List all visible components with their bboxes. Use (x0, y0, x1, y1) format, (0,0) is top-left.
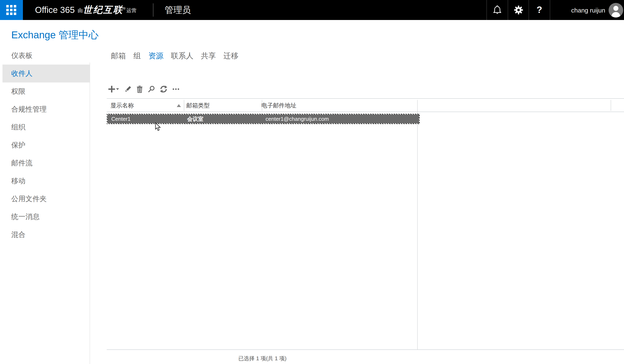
account-menu[interactable]: chang ruijun (550, 0, 624, 20)
row-mailbox-type: 会议室 (187, 115, 203, 123)
tab-shared[interactable]: 共享 (201, 50, 216, 61)
sidebar-item-mail-flow[interactable]: 邮件流 (2, 154, 90, 172)
bell-icon (493, 5, 501, 15)
sidebar-item-mobile[interactable]: 移动 (2, 172, 90, 190)
notifications-button[interactable] (487, 0, 508, 20)
question-mark-icon: ? (537, 5, 542, 15)
ellipsis-icon (172, 85, 180, 93)
table-header-top-border (107, 98, 624, 99)
office365-brand[interactable]: Office 365 由 世纪互联 ® 运营 (35, 0, 136, 20)
topbar-divider (153, 3, 153, 17)
tab-contacts[interactable]: 联系人 (171, 50, 193, 61)
chevron-down-icon (115, 85, 120, 93)
user-name: chang ruijun (571, 6, 605, 14)
registered-mark: ® (123, 6, 126, 10)
edit-button[interactable] (124, 85, 132, 93)
column-divider (184, 100, 184, 111)
column-header-display-name[interactable]: 显示名称 (110, 99, 134, 112)
pencil-icon (124, 85, 132, 93)
page-title: Exchange 管理中心 (11, 28, 99, 42)
sidebar-item-hybrid[interactable]: 混合 (2, 226, 90, 244)
person-icon (609, 3, 623, 17)
tab-migration[interactable]: 迁移 (223, 50, 238, 61)
column-header-mailbox-type[interactable]: 邮箱类型 (186, 99, 210, 112)
sidebar-item-dashboard[interactable]: 仪表板 (2, 47, 90, 65)
sidebar: 仪表板 收件人 权限 合规性管理 组织 保护 邮件流 移动 公用文件夹 统一消息… (0, 47, 90, 244)
list-pane-divider (417, 100, 418, 349)
selection-status: 已选择 1 项(共 1 项) (107, 355, 418, 362)
avatar[interactable] (609, 3, 623, 17)
help-button[interactable]: ? (529, 0, 550, 20)
sidebar-item-unified-messaging[interactable]: 统一消息 (2, 208, 90, 226)
recipients-tabs: 邮箱 组 资源 联系人 共享 迁移 (111, 47, 238, 65)
sidebar-item-protection[interactable]: 保护 (2, 136, 90, 154)
add-button[interactable] (108, 85, 120, 93)
brand-by-label: 由 (78, 7, 83, 14)
brand-vendor-label: 世纪互联 (83, 4, 123, 16)
refresh-button[interactable] (160, 85, 168, 93)
search-button[interactable] (148, 85, 155, 93)
delete-button[interactable] (136, 85, 143, 93)
list-toolbar (108, 84, 180, 95)
column-header-email-address[interactable]: 电子邮件地址 (261, 99, 296, 112)
app-launcher-button[interactable] (0, 0, 23, 20)
tab-groups[interactable]: 组 (133, 50, 141, 61)
table-row[interactable]: Center1 会议室 center1@changruijun.com (107, 114, 420, 124)
sidebar-item-public-folders[interactable]: 公用文件夹 (2, 190, 90, 208)
row-email-address: center1@changruijun.com (265, 115, 329, 123)
sidebar-item-permissions[interactable]: 权限 (2, 82, 90, 100)
topbar: Office 365 由 世纪互联 ® 运营 管理员 (0, 0, 624, 20)
trash-icon (136, 85, 143, 93)
tab-resources[interactable]: 资源 (148, 50, 163, 61)
sort-ascending-icon (177, 104, 181, 107)
row-display-name: Center1 (111, 115, 131, 123)
sidebar-divider (90, 62, 90, 364)
list-bottom-border (107, 349, 624, 350)
refresh-icon (160, 85, 168, 93)
more-button[interactable] (172, 85, 180, 93)
sidebar-item-organization[interactable]: 组织 (2, 118, 90, 136)
plus-icon (108, 85, 115, 93)
column-divider (611, 100, 611, 111)
table-header-bottom-border (107, 112, 624, 112)
search-icon (148, 85, 155, 93)
sidebar-item-recipients[interactable]: 收件人 (2, 65, 90, 82)
gear-icon (514, 5, 523, 15)
tab-mailboxes[interactable]: 邮箱 (111, 50, 126, 61)
exchange-admin-center: Office 365 由 世纪互联 ® 运营 管理员 (0, 0, 624, 364)
settings-button[interactable] (508, 0, 529, 20)
waffle-icon (6, 5, 16, 15)
admin-app-title: 管理员 (165, 0, 191, 20)
sidebar-item-compliance[interactable]: 合规性管理 (2, 100, 90, 118)
brand-office365-label: Office 365 (35, 5, 75, 15)
brand-operated-label: 运营 (127, 7, 136, 14)
